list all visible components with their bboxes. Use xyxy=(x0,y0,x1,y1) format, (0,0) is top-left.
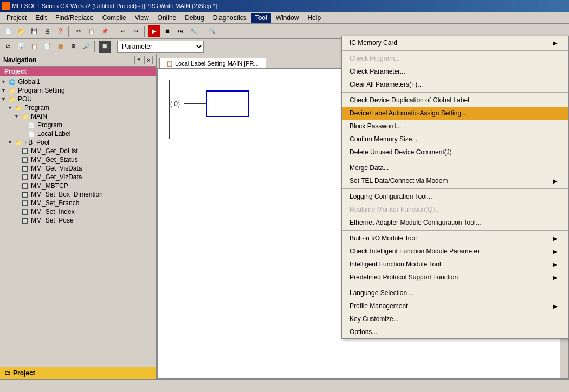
paste-btn[interactable]: 📌 xyxy=(99,25,111,37)
rung-line1 xyxy=(184,103,206,104)
tree-item[interactable]: 📄 Program xyxy=(1,121,155,129)
undo-btn[interactable]: ↩ xyxy=(117,25,129,37)
tb2-btn6[interactable]: ⚙ xyxy=(67,41,79,53)
open-btn[interactable]: 📂 xyxy=(15,25,27,37)
tree-item[interactable]: 🔲 MM_Get_VisData xyxy=(1,164,155,173)
tb2-btn4[interactable]: 📑 xyxy=(41,41,53,53)
menu-help[interactable]: Help xyxy=(303,13,325,23)
menu-online[interactable]: Online xyxy=(153,13,181,23)
tool-menu-item-5[interactable]: Device/Label Automatic-Assign Setting... xyxy=(342,107,568,120)
tree-item[interactable]: ▼ 📁 Program xyxy=(1,103,155,112)
sep4 xyxy=(202,26,204,37)
tool-menu-item-17[interactable]: Predefined Protocol Support Function▶ xyxy=(342,271,568,284)
tree-item[interactable]: ▼ 🌐 Global1 xyxy=(1,77,155,86)
dbg-btn[interactable]: 🔧 xyxy=(187,25,199,37)
tb2-btn2[interactable]: 📊 xyxy=(15,41,27,53)
tb2-btn5[interactable]: ▦ xyxy=(54,41,66,53)
tool-dropdown: IC Memory Card▶Check Program...Check Par… xyxy=(341,36,569,339)
nav-title: Navigation xyxy=(3,56,36,64)
step-btn[interactable]: ⏭ xyxy=(174,25,186,37)
nav-header: Navigation # ✕ xyxy=(0,54,156,67)
tb2-btn8[interactable]: 🔲 xyxy=(99,41,111,53)
tb2-btn1[interactable]: 🗂 xyxy=(2,41,14,53)
tree-item[interactable]: 📄 Local Label xyxy=(1,129,155,138)
print-btn[interactable]: 🖨 xyxy=(41,25,53,37)
tree-item[interactable]: ▼ 📁 POU xyxy=(1,95,155,103)
help-btn[interactable]: ❓ xyxy=(54,25,66,37)
tool-menu-item-14[interactable]: Built-in I/O Module Tool▶ xyxy=(342,232,568,245)
menu-find-replace[interactable]: Find/Replace xyxy=(51,13,98,23)
tree-item[interactable]: 🔲 MM_Set_Pose xyxy=(1,216,155,225)
tree-item[interactable]: 🔲 MM_Get_DoList xyxy=(1,147,155,155)
menu-project[interactable]: Project xyxy=(2,13,31,23)
tool-menu-item-11[interactable]: Logging Configuration Tool... xyxy=(342,190,568,203)
main-tab[interactable]: 📋 Local Label Setting MAIN [PR... xyxy=(159,58,266,68)
redo-btn[interactable]: ↪ xyxy=(130,25,142,37)
menu-edit[interactable]: Edit xyxy=(31,13,51,23)
menu-tool[interactable]: Tool xyxy=(251,13,271,23)
tree-item[interactable]: 🔲 MM_Get_VizData xyxy=(1,173,155,181)
tool-menu-item-8[interactable]: Delete Unused Device Comment(J) xyxy=(342,146,568,159)
tree-item[interactable]: 🔲 MM_Set_Box_Dimention xyxy=(1,190,155,199)
submenu-arrow: ▶ xyxy=(553,303,558,309)
cut-btn[interactable]: ✂ xyxy=(73,25,85,37)
tree-item[interactable]: ▼ 📁 Program Setting xyxy=(1,86,155,95)
tool-menu-item-19[interactable]: Profile Management▶ xyxy=(342,299,568,312)
menu-window[interactable]: Window xyxy=(271,13,303,23)
nav-pin-btn[interactable]: # xyxy=(134,56,143,64)
tree-node-icon: 🔲 xyxy=(21,217,29,224)
nav-footer[interactable]: 🗂 Project xyxy=(0,367,156,379)
save-btn[interactable]: 💾 xyxy=(28,25,40,37)
tool-menu-item-10[interactable]: Set TEL Data/Connect via Modem▶ xyxy=(342,174,568,187)
tree-node-icon: 📁 xyxy=(8,95,16,103)
tree-item[interactable]: ▼ 📁 FB_Pool xyxy=(1,138,155,147)
new-btn[interactable]: 📄 xyxy=(2,25,14,37)
param-select[interactable]: Parameter xyxy=(117,41,204,53)
copy-btn[interactable]: 📋 xyxy=(86,25,98,37)
project-tree: ▼ 🌐 Global1 ▼ 📁 Program Setting ▼ 📁 POU … xyxy=(0,76,156,367)
tool-menu-item-15[interactable]: Check Intelligent Function Module Parame… xyxy=(342,245,568,258)
tool-menu-item-2[interactable]: Check Parameter... xyxy=(342,65,568,78)
nav-controls: # ✕ xyxy=(134,56,153,64)
tool-menu-item-0[interactable]: IC Memory Card▶ xyxy=(342,36,568,49)
rung-1: ( 0) xyxy=(170,90,249,117)
nav-close-btn[interactable]: ✕ xyxy=(144,56,153,64)
tool-menu-item-12: Realtime Monitor Function(Q)... xyxy=(342,203,568,216)
rung-coil xyxy=(206,90,249,117)
tree-item[interactable]: 🔲 MM_Set_Branch xyxy=(1,199,155,207)
tool-menu-item-20[interactable]: Key Customize... xyxy=(342,312,568,325)
search-btn[interactable]: 🔍 xyxy=(206,25,218,37)
menu-debug[interactable]: Debug xyxy=(180,13,208,23)
tb2-btn3[interactable]: 📋 xyxy=(28,41,40,53)
tree-node-label: POU xyxy=(18,95,32,103)
tree-node-label: Global1 xyxy=(18,78,40,86)
tool-menu-item-6[interactable]: Block Password... xyxy=(342,120,568,133)
run-btn[interactable]: ▶ xyxy=(148,25,160,37)
tree-node-label: MM_Set_Branch xyxy=(31,199,79,207)
tree-item[interactable]: 🔲 MM_Get_Status xyxy=(1,155,155,164)
tool-menu-item-13[interactable]: Ethernet Adapter Module Configuration To… xyxy=(342,216,568,229)
tool-menu-item-18[interactable]: Language Selection... xyxy=(342,286,568,299)
tool-menu-item-16[interactable]: Intelligent Function Module Tool▶ xyxy=(342,258,568,271)
tool-menu-item-9[interactable]: Merge Data... xyxy=(342,161,568,174)
tool-menu-item-7[interactable]: Confirm Memory Size... xyxy=(342,133,568,146)
tool-menu-item-21[interactable]: Options... xyxy=(342,325,568,338)
menu-diagnostics[interactable]: Diagnostics xyxy=(209,13,251,23)
sep5 xyxy=(94,41,96,52)
tree-item[interactable]: 🔲 MM_Set_Index xyxy=(1,207,155,216)
tree-node-icon: 📄 xyxy=(27,130,36,138)
menu-item-label: Delete Unused Device Comment(J) xyxy=(350,148,452,156)
tool-menu-item-4[interactable]: Check Device Duplication of Global Label xyxy=(342,94,568,107)
menu-separator xyxy=(342,50,568,51)
tree-item[interactable]: ▼ 📁 MAIN xyxy=(1,112,155,121)
tool-menu-item-3[interactable]: Clear All Parameters(F)... xyxy=(342,78,568,91)
menu-item-label: Check Parameter... xyxy=(350,68,405,75)
tb2-btn7[interactable]: 🔎 xyxy=(80,41,92,53)
title-bar: MELSOFT Series GX Works2 (Untitled Proje… xyxy=(0,0,569,12)
menu-separator xyxy=(342,230,568,231)
tree-item[interactable]: 🔲 MM_MBTCP xyxy=(1,181,155,190)
menu-view[interactable]: View xyxy=(131,13,153,23)
menu-compile[interactable]: Compile xyxy=(98,13,131,23)
tree-node-label: MAIN xyxy=(31,113,47,120)
stop-btn[interactable]: ⏹ xyxy=(161,25,173,37)
